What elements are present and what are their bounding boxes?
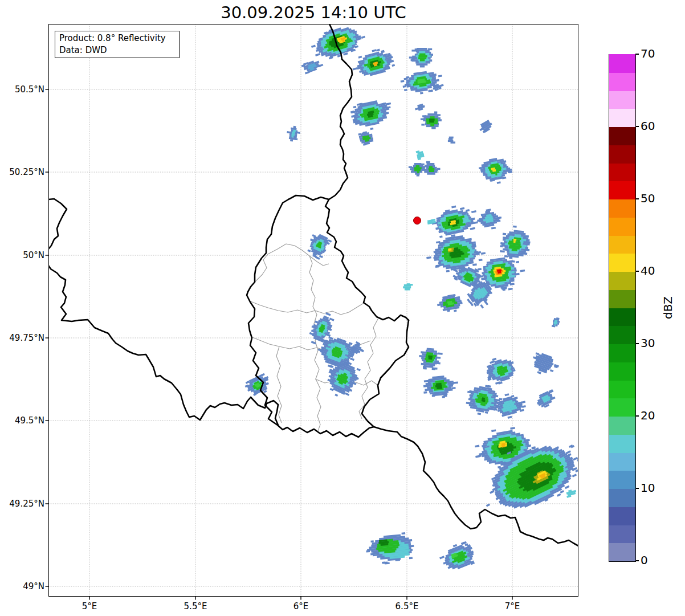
radar-echo-cell — [565, 488, 577, 497]
x-tick-label: 6°E — [293, 601, 309, 611]
colorbar-segment — [609, 398, 635, 417]
colorbar-segment — [609, 163, 635, 181]
y-tick-label: 49°N — [0, 581, 44, 591]
radar-echo-cell — [478, 156, 514, 186]
colorbar-segment — [609, 543, 635, 561]
colorbar-segment — [609, 91, 635, 109]
colorbar-tick — [635, 271, 639, 272]
radar-echo-cell — [436, 293, 464, 315]
colorbar-tick — [635, 343, 639, 344]
colorbar-segment — [609, 362, 635, 380]
radar-echo-cell — [482, 353, 519, 387]
colorbar-tick — [635, 54, 639, 55]
x-tick-label: 5°E — [82, 601, 97, 611]
colorbar-segment — [609, 471, 635, 489]
colorbar-segment — [609, 452, 635, 471]
colorbar-tick-label: 30 — [641, 336, 655, 350]
radar-echo-cell — [286, 125, 301, 142]
colorbar-segment — [609, 217, 635, 235]
legend-product-line: Product: 0.8° Reflectivity — [59, 32, 179, 44]
colorbar-segment — [609, 416, 635, 434]
colorbar-segment — [609, 199, 635, 217]
radar-echo-cell — [365, 532, 415, 566]
colorbar-segment — [609, 72, 635, 91]
radar-echo-cell — [349, 46, 396, 80]
colorbar-tick — [635, 488, 639, 489]
gridlines — [48, 24, 578, 597]
colorbar-segment — [609, 254, 635, 272]
radar-echo-cell — [243, 372, 274, 399]
radar-echo-cell — [552, 317, 560, 328]
radar-echo-cell — [418, 347, 443, 370]
colorbar-unit-label: dBZ — [661, 296, 675, 319]
radar-echo-cell — [349, 97, 395, 133]
colorbar-tick — [635, 560, 639, 561]
map-svg — [0, 0, 685, 616]
colorbar-tick-label: 70 — [641, 47, 655, 60]
y-tick-label: 49.25°N — [0, 499, 44, 509]
radar-echo-cell — [358, 130, 374, 146]
colorbar-tick — [635, 415, 639, 417]
y-tick-label: 50.5°N — [0, 84, 44, 95]
colorbar-segment — [609, 235, 635, 254]
colorbar-tick-label: 50 — [641, 191, 655, 205]
y-tick-label: 49.5°N — [0, 415, 44, 426]
radar-echo-cell — [424, 231, 488, 275]
colorbar-segment — [609, 326, 635, 344]
radar-echo-cell — [409, 48, 433, 67]
map-layers — [48, 20, 597, 597]
radar-echo-cell — [421, 112, 442, 129]
y-tick-label: 50.25°N — [0, 167, 44, 177]
radar-echo-cell — [422, 374, 459, 399]
radar-echo-cell — [399, 69, 444, 97]
radar-echo-cell — [529, 351, 561, 380]
colorbar-tick — [635, 126, 639, 127]
radar-echo-cell — [304, 231, 332, 261]
colorbar-segment — [609, 145, 635, 163]
colorbar — [609, 54, 636, 562]
radar-figure: 30.09.2025 14:10 UTC Product: 0.8° Refle… — [0, 0, 685, 616]
colorbar-segment — [609, 308, 635, 326]
colorbar-tick-label: 40 — [641, 264, 655, 278]
radar-echo-cell — [403, 283, 413, 290]
legend-source-line: Data: DWD — [59, 44, 179, 56]
colorbar-segment — [609, 507, 635, 525]
legend-box: Product: 0.8° Reflectivity Data: DWD — [55, 31, 180, 58]
colorbar-segment — [609, 380, 635, 398]
x-tick-label: 6.5°E — [395, 601, 419, 611]
colorbar-segment — [609, 127, 635, 145]
radar-echo-cell — [415, 149, 425, 160]
colorbar-tick-label: 10 — [641, 481, 655, 495]
colorbar-segment — [609, 525, 635, 543]
radar-echo-cell — [475, 207, 503, 231]
radar-echo-cell — [429, 202, 480, 239]
station-marker — [414, 217, 421, 225]
radar-echo-cell — [535, 389, 558, 410]
y-tick-label: 50°N — [0, 250, 44, 260]
radar-echo-cell — [448, 137, 455, 144]
colorbar-tick — [635, 198, 639, 199]
radar-echo-cell — [478, 119, 494, 134]
x-tick-label: 5.5°E — [184, 601, 207, 611]
colorbar-segment — [609, 344, 635, 362]
axis-ticks — [46, 89, 513, 600]
colorbar-segment — [609, 434, 635, 452]
colorbar-tick-label: 0 — [641, 553, 648, 567]
colorbar-tick-label: 20 — [641, 409, 655, 422]
radar-echoes — [243, 20, 597, 575]
colorbar-segment — [609, 488, 635, 507]
colorbar-tick-label: 60 — [641, 119, 655, 133]
radar-echo-cell — [414, 103, 426, 112]
y-tick-label: 49.75°N — [0, 333, 44, 343]
colorbar-segment — [609, 109, 635, 127]
colorbar-segment — [609, 271, 635, 289]
radar-echo-cell — [464, 382, 504, 418]
radar-echo-cell — [301, 58, 324, 75]
radar-echo-cell — [437, 539, 478, 575]
colorbar-segment — [609, 289, 635, 308]
x-tick-label: 7°E — [505, 601, 520, 611]
colorbar-segment — [609, 54, 635, 72]
colorbar-segment — [609, 181, 635, 199]
